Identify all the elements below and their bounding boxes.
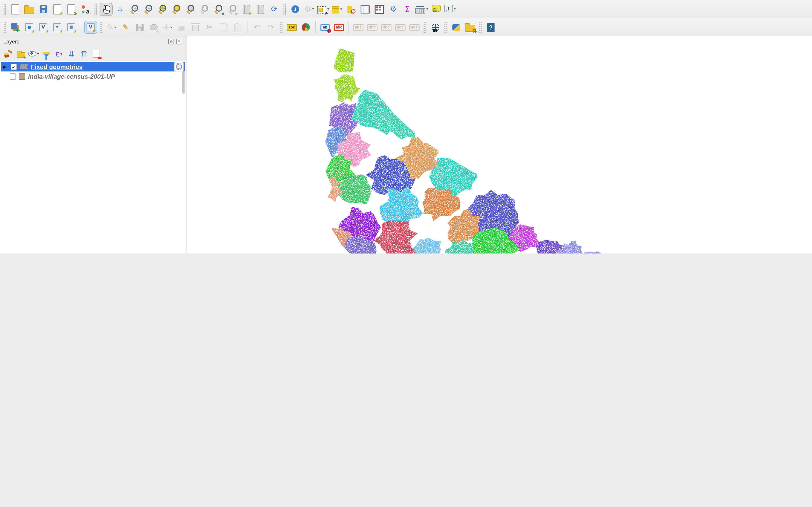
show-spatial-bookmarks-button[interactable] [254, 3, 267, 16]
filter-by-expression-button[interactable]: ε▾ [53, 48, 64, 60]
run-feature-action-button[interactable]: ⚙▾ [303, 3, 316, 16]
memory-layer-indicator[interactable] [174, 62, 184, 71]
select-features-button[interactable]: ▾ [317, 3, 329, 16]
layer-row-2[interactable]: india-village-census-2001-UP [0, 71, 186, 81]
remove-layer-button[interactable] [91, 48, 102, 60]
select-features-by-value-dropdown-icon[interactable]: ▾ [340, 7, 342, 11]
zoom-to-layer-button[interactable] [184, 3, 197, 16]
modify-attributes-button[interactable]: ▤ [175, 21, 188, 34]
deselect-features-button[interactable] [345, 3, 358, 16]
cut-features-button[interactable]: ✂ [203, 21, 216, 34]
toolbar-grip[interactable] [423, 21, 426, 33]
pan-to-selection-button[interactable] [114, 3, 126, 16]
new-shapefile-layer-button[interactable]: V★ [37, 21, 50, 34]
new-spatial-bookmark-button[interactable]: ★ [240, 3, 253, 16]
field-calculator-button[interactable] [373, 3, 386, 16]
filter-legend-button[interactable] [40, 48, 52, 60]
current-edits-dropdown-icon[interactable]: ▾ [114, 25, 116, 29]
highlight-pinned-labels-button[interactable] [333, 21, 346, 34]
layer-name[interactable]: Fixed geometries [31, 63, 83, 70]
open-layer-styling-button[interactable] [2, 48, 14, 60]
python-console-button[interactable] [450, 21, 463, 34]
new-geopackage-layer-button[interactable]: ●★ [23, 21, 36, 34]
zoom-native-button[interactable]: 1:1 [198, 3, 211, 16]
toolbar-grip[interactable] [3, 3, 6, 15]
layer-diagram-options-button[interactable] [299, 21, 312, 34]
current-edits-button[interactable]: ✎▾ [105, 21, 118, 34]
show-hide-labels-button[interactable] [352, 21, 365, 34]
refresh-map-button[interactable]: ⟳ [268, 3, 281, 16]
zoom-in-button[interactable]: + [128, 3, 141, 16]
map-canvas[interactable] [187, 36, 812, 253]
layer-visibility-checkbox[interactable] [10, 73, 16, 79]
new-temporary-scratch-layer-button[interactable]: V★ [84, 21, 97, 34]
open-attribute-table-button[interactable] [359, 3, 372, 16]
text-annotation-dropdown-icon[interactable]: ▾ [454, 7, 456, 11]
measure-button[interactable]: ▾ [415, 3, 428, 16]
uttar-pradesh-map[interactable] [319, 48, 681, 253]
layer-row-1[interactable]: ▶Fixed geometries [1, 62, 185, 71]
zoom-next-button[interactable]: ▶ [226, 3, 239, 16]
expand-icon[interactable]: ▶ [3, 64, 8, 69]
new-project-button[interactable] [9, 3, 22, 16]
panel-scrollbar[interactable] [182, 71, 185, 94]
toolbar-grip[interactable] [3, 21, 6, 33]
manage-map-themes-button[interactable]: ▾ [28, 48, 39, 60]
change-label-button[interactable] [408, 21, 421, 34]
layer-labeling-options-button[interactable] [285, 21, 298, 34]
zoom-last-button[interactable]: ◀ [212, 3, 225, 16]
select-features-by-value-button[interactable]: ▾ [331, 3, 344, 16]
filter-by-expression-dropdown-icon[interactable]: ▾ [60, 52, 62, 56]
open-project-button[interactable] [23, 3, 36, 16]
move-label-button[interactable] [380, 21, 393, 34]
save-project-button[interactable] [37, 3, 50, 16]
collapse-all-button[interactable]: ⇈ [78, 48, 90, 60]
digitize-with-shape-button[interactable]: ★ [147, 21, 160, 34]
text-annotation-button[interactable]: ▾ [444, 3, 457, 16]
toolbar-grip[interactable] [283, 3, 286, 15]
show-unplaced-labels-button[interactable] [366, 21, 379, 34]
redo-button[interactable]: ↷ [264, 21, 277, 34]
toolbar-grip[interactable] [94, 3, 97, 15]
delete-selected-button[interactable] [189, 21, 202, 34]
rotate-label-button[interactable] [394, 21, 407, 34]
toolbar-grip[interactable] [280, 21, 283, 33]
toolbar-grip[interactable] [444, 21, 447, 33]
style-manager-button[interactable] [79, 3, 92, 16]
copy-features-button[interactable] [217, 21, 230, 34]
panel-close-icon[interactable]: ✕ [176, 39, 182, 44]
metasearch-button[interactable] [429, 21, 442, 34]
data-source-manager-button[interactable] [9, 21, 22, 34]
undo-button[interactable]: ↶ [250, 21, 263, 34]
identify-features-button[interactable] [289, 3, 302, 16]
show-layout-manager-button[interactable]: ⚙ [65, 3, 78, 16]
save-layer-edits-button[interactable] [133, 21, 146, 34]
panel-float-icon[interactable]: ⧉ [168, 39, 174, 44]
layer-visibility-checkbox[interactable] [11, 63, 17, 70]
add-group-button[interactable]: + [15, 48, 27, 60]
new-virtual-layer-button[interactable]: ▦★ [65, 21, 78, 34]
processing-toolbox-button[interactable]: ⚙ [387, 3, 400, 16]
zoom-full-button[interactable]: ↔ [156, 3, 169, 16]
run-feature-action-dropdown-icon[interactable]: ▾ [312, 7, 314, 11]
vertex-tool-button[interactable]: ✛▾ [161, 21, 174, 34]
toggle-editing-button[interactable]: ✎ [119, 21, 132, 34]
vertex-tool-dropdown-icon[interactable]: ▾ [170, 25, 172, 29]
statistical-summary-button[interactable]: Σ [401, 3, 414, 16]
paste-features-button[interactable] [231, 21, 244, 34]
help-button[interactable] [484, 21, 497, 34]
expand-all-button[interactable]: ⇊ [65, 48, 77, 60]
zoom-out-button[interactable]: − [142, 3, 155, 16]
zoom-to-selection-button[interactable] [170, 3, 183, 16]
toolbar-grip[interactable] [100, 21, 102, 33]
manage-map-themes-dropdown-icon[interactable]: ▾ [37, 52, 39, 56]
layer-name[interactable]: india-village-census-2001-UP [28, 73, 115, 80]
toolbar-grip[interactable] [479, 21, 482, 33]
measure-dropdown-icon[interactable]: ▾ [426, 7, 428, 11]
pan-map-button[interactable] [100, 3, 113, 16]
pin-unpin-labels-button[interactable] [318, 21, 332, 34]
new-print-layout-button[interactable]: ★ [51, 3, 64, 16]
plugin-manager-button[interactable] [463, 21, 476, 34]
map-tips-button[interactable] [429, 3, 443, 16]
new-spatialite-layer-button[interactable]: ✒★ [51, 21, 64, 34]
